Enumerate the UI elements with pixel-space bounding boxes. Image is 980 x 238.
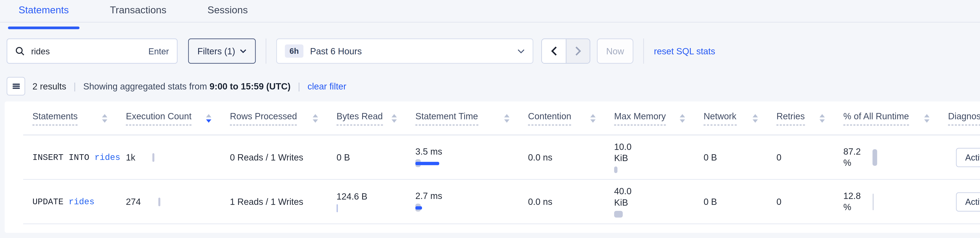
column-header-network[interactable]: Network [694,111,767,125]
sort-arrows-icon[interactable] [206,114,211,123]
chevron-left-icon [551,46,557,56]
clear-filter-link[interactable]: clear filter [307,81,346,91]
column-header-statements[interactable]: Statements [23,111,117,125]
activate-diagnostics-button[interactable]: Activate [956,147,980,167]
sort-arrows-icon[interactable] [590,114,596,123]
statement-time-bar [415,203,446,212]
diagnostics-cell: Activate [939,147,980,167]
aggregation-summary-range: 9:00 to 15:59 (UTC) [210,81,291,91]
rows-processed-cell: 0 Reads / 1 Writes [221,152,327,162]
chevron-down-icon [517,49,525,53]
toolbar-divider [266,38,266,64]
search-icon [15,46,24,56]
table-row: UPDATE rides 274 1 Reads / 1 Writes 124.… [23,180,980,224]
tab-bar: Statements Transactions Sessions [0,0,980,22]
column-selector-button[interactable] [7,77,25,96]
tab-transactions[interactable]: Transactions [110,4,166,22]
search-box[interactable]: Enter [7,38,178,64]
pct-runtime-cell: 87.2 % [834,146,939,169]
execution-count-cell: 274 [117,196,221,207]
column-header-max-memory[interactable]: Max Memory [605,111,694,125]
column-header-execution-count[interactable]: Execution Count [117,111,221,125]
bytes-read-bar [337,204,338,212]
previous-time-button[interactable] [542,39,566,63]
statement-keyword: INSERT INTO [33,152,89,162]
tab-sessions[interactable]: Sessions [208,4,248,22]
time-range-picker[interactable]: 6h Past 6 Hours [276,38,533,64]
sort-arrows-icon[interactable] [819,114,825,123]
columns-icon [12,82,20,90]
statement-link[interactable]: rides [68,196,94,207]
contention-cell: 0.0 ns [519,196,605,207]
sort-arrows-icon[interactable] [313,114,318,123]
column-header-diagnostics[interactable]: Diagnostics [939,111,980,125]
sort-arrows-icon[interactable] [504,114,509,123]
next-time-button[interactable] [566,39,590,63]
toolbar-divider [643,38,644,64]
time-range-badge: 6h [285,44,304,58]
statement-keyword: UPDATE [33,196,64,207]
sort-arrows-icon[interactable] [102,114,107,123]
retries-cell: 0 [767,196,834,207]
chevron-down-icon [240,49,247,53]
statement-time-cell: 3.5 ms [406,147,519,168]
sort-arrows-icon[interactable] [391,114,397,123]
time-range-label: Past 6 Hours [310,46,362,56]
execution-count-bar [153,153,154,161]
contention-cell: 0.0 ns [519,152,605,162]
network-cell: 0 B [694,152,767,162]
max-memory-bar [614,211,623,217]
statements-table-panel: Statements Execution Count Rows Processe… [5,101,980,233]
separator: | [298,81,300,91]
search-enter-hint: Enter [148,46,169,56]
table-row: INSERT INTO rides 1k 0 Reads / 1 Writes … [23,136,980,180]
time-step-buttons [541,38,590,64]
tab-statements[interactable]: Statements [19,4,69,22]
column-header-contention[interactable]: Contention [519,111,605,125]
aggregation-summary: Showing aggregated stats from 9:00 to 15… [83,81,291,91]
retries-cell: 0 [767,152,834,162]
results-bar: 2 results | Showing aggregated stats fro… [7,78,980,95]
column-header-bytes-read[interactable]: Bytes Read [327,111,406,125]
separator: | [73,81,76,91]
network-cell: 0 B [694,196,767,207]
sql-activity-page: Statements Transactions Sessions Enter F… [0,0,980,238]
column-header-pct-of-all-runtime[interactable]: % of All Runtime [834,111,939,125]
pct-runtime-bar [873,193,874,210]
filters-button-label: Filters (1) [197,46,235,56]
filters-button[interactable]: Filters (1) [188,38,256,64]
rows-processed-cell: 1 Reads / 1 Writes [221,196,327,207]
column-header-retries[interactable]: Retries [767,111,834,125]
aggregation-summary-prefix: Showing aggregated stats from [83,81,207,91]
now-button[interactable]: Now [597,38,633,64]
pct-runtime-bar [873,149,877,166]
max-memory-cell: 10.0 KiB [605,141,694,173]
execution-count-bar [158,197,160,206]
reset-sql-stats-link[interactable]: reset SQL stats [654,46,715,56]
sort-arrows-icon[interactable] [924,114,929,123]
table-header-row: Statements Execution Count Rows Processe… [23,101,980,135]
statement-time-bar [415,158,446,168]
statement-cell: INSERT INTO rides [23,152,117,162]
results-count: 2 results [33,81,66,91]
diagnostics-cell: Activate [939,192,980,211]
chevron-right-icon [575,46,581,56]
statement-time-cell: 2.7 ms [406,191,519,212]
sort-arrows-icon[interactable] [680,114,685,123]
search-input[interactable] [30,46,143,57]
activate-diagnostics-button[interactable]: Activate [956,192,980,211]
toolbar: Enter Filters (1) 6h Past 6 Hours [7,38,980,64]
execution-count-cell: 1k [117,152,221,162]
max-memory-cell: 40.0 KiB [605,185,694,217]
pct-runtime-cell: 12.8 % [834,190,939,213]
max-memory-bar [614,166,617,173]
column-header-rows-processed[interactable]: Rows Processed [221,111,327,125]
bytes-read-cell: 0 B [327,152,406,163]
column-header-statement-time[interactable]: Statement Time [406,111,519,125]
statement-cell: UPDATE rides [23,196,117,207]
bytes-read-cell: 124.6 B [327,191,406,212]
sort-arrows-icon[interactable] [752,114,758,123]
